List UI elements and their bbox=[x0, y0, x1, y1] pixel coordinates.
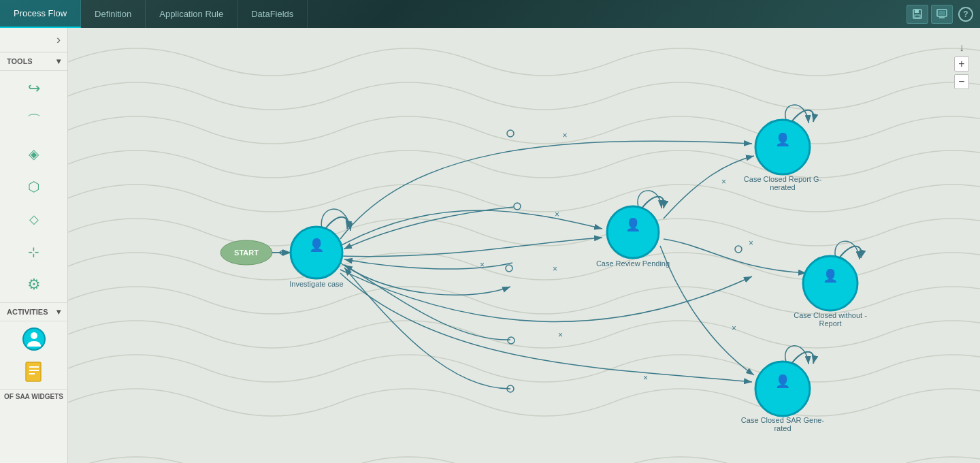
diamond3-tool[interactable]: ◇ bbox=[22, 207, 46, 232]
svg-text:×: × bbox=[721, 177, 726, 187]
svg-point-7 bbox=[31, 332, 37, 339]
case-closed-sar-node[interactable] bbox=[755, 362, 810, 416]
svg-text:×: × bbox=[555, 210, 559, 219]
curve-tool[interactable]: ⌒ bbox=[22, 109, 46, 133]
diamond-tool[interactable]: ◈ bbox=[22, 142, 46, 166]
svg-text:👤: 👤 bbox=[775, 132, 791, 147]
svg-point-18 bbox=[514, 203, 521, 210]
case-closed-sar-label2: rated bbox=[774, 424, 791, 432]
case-closed-no-report-node[interactable] bbox=[803, 256, 858, 310]
diamond2-tool[interactable]: ⬡ bbox=[22, 174, 46, 199]
start-label: START bbox=[234, 249, 259, 257]
svg-point-23 bbox=[508, 337, 514, 344]
case-closed-no-report-label1: Case Closed without - bbox=[794, 311, 867, 319]
zoom-controls: ↓ + − bbox=[954, 42, 969, 89]
svg-text:👤: 👤 bbox=[625, 217, 641, 232]
main-layout: › TOOLS ▾ ↪ ⌒ ◈ ⬡ ◇ ⊹ ⚙ ACTIVITIES ▾ bbox=[0, 28, 980, 463]
svg-text:×: × bbox=[732, 323, 736, 333]
investigate-label: Investigate case bbox=[289, 280, 344, 288]
svg-text:👤: 👤 bbox=[775, 374, 791, 389]
of-saa-label: OF SAA WIDGETS bbox=[0, 390, 67, 406]
export-button[interactable] bbox=[931, 5, 953, 24]
tab-process-flow[interactable]: Process Flow bbox=[0, 0, 81, 28]
case-review-label: Case Review Pending bbox=[596, 259, 670, 268]
svg-text:×: × bbox=[553, 264, 557, 274]
tab-definition[interactable]: Definition bbox=[81, 0, 146, 28]
person-activity[interactable] bbox=[22, 327, 46, 351]
zoom-in-button[interactable]: + bbox=[954, 57, 969, 71]
flow-canvas[interactable]: ↓ + − bbox=[68, 28, 980, 463]
chevron-down-icon: ▾ bbox=[56, 57, 61, 66]
svg-text:👤: 👤 bbox=[309, 238, 325, 253]
sidebar-toggle[interactable]: › bbox=[0, 28, 67, 52]
chevron-down-icon2: ▾ bbox=[56, 307, 61, 317]
sidebar: › TOOLS ▾ ↪ ⌒ ◈ ⬡ ◇ ⊹ ⚙ ACTIVITIES ▾ bbox=[0, 28, 68, 463]
case-review-node[interactable] bbox=[607, 206, 659, 258]
case-closed-report-label2: nerated bbox=[770, 183, 795, 191]
nodes-tool[interactable]: ⊹ bbox=[22, 240, 46, 264]
activities-icons bbox=[0, 321, 67, 390]
svg-text:×: × bbox=[749, 238, 753, 248]
tools-section-header[interactable]: TOOLS ▾ bbox=[0, 52, 67, 71]
activities-section-header[interactable]: ACTIVITIES ▾ bbox=[0, 303, 67, 321]
svg-point-16 bbox=[507, 130, 514, 137]
svg-text:×: × bbox=[562, 131, 567, 140]
flow-diagram: × × × × × × bbox=[68, 28, 980, 463]
case-closed-sar-label1: Case Closed SAR Gene- bbox=[741, 416, 825, 424]
gear-tool[interactable]: ⚙ bbox=[22, 272, 46, 297]
svg-rect-4 bbox=[938, 11, 945, 15]
svg-text:×: × bbox=[643, 373, 648, 383]
svg-rect-2 bbox=[915, 15, 920, 18]
case-closed-report-label1: Case Closed Report G- bbox=[744, 175, 822, 183]
investigate-case-node[interactable] bbox=[291, 227, 342, 278]
svg-point-26 bbox=[735, 246, 742, 253]
route-tool[interactable]: ↪ bbox=[22, 76, 46, 101]
header: Process Flow Definition Application Rule… bbox=[0, 0, 980, 28]
note-activity[interactable] bbox=[22, 360, 46, 384]
case-closed-report-node[interactable] bbox=[755, 120, 810, 174]
save-button[interactable] bbox=[906, 5, 928, 24]
chevron-right-icon: › bbox=[56, 33, 61, 47]
case-closed-no-report-label2: Report bbox=[819, 319, 841, 328]
tab-datafields[interactable]: DataFields bbox=[238, 0, 308, 28]
zoom-out-button[interactable]: − bbox=[954, 74, 969, 89]
zoom-arrow-icon: ↓ bbox=[954, 42, 969, 54]
tools-icons: ↪ ⌒ ◈ ⬡ ◇ ⊹ ⚙ bbox=[0, 71, 67, 303]
svg-text:×: × bbox=[558, 330, 563, 340]
svg-rect-8 bbox=[26, 362, 41, 381]
help-button[interactable]: ? bbox=[958, 7, 973, 22]
svg-point-21 bbox=[506, 265, 512, 272]
svg-rect-1 bbox=[915, 10, 919, 13]
svg-text:👤: 👤 bbox=[823, 268, 838, 283]
tab-application-rule[interactable]: Application Rule bbox=[146, 0, 238, 28]
